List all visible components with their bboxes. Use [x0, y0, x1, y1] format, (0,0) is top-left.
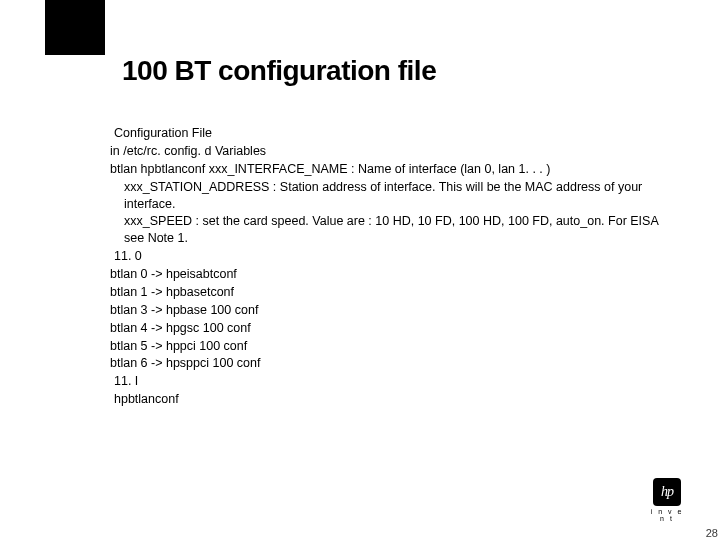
body-line: btlan 0 -> hpeisabtconf: [110, 266, 670, 283]
body-line: btlan 4 -> hpgsc 100 conf: [110, 320, 670, 337]
body-line: xxx_SPEED : set the card speed. Value ar…: [110, 213, 670, 247]
slide-title: 100 BT configuration file: [122, 55, 436, 87]
body-line: btlan 5 -> hppci 100 conf: [110, 338, 670, 355]
header-accent-bar: [45, 0, 105, 55]
body-line: hpbtlanconf: [110, 391, 670, 408]
body-line: xxx_STATION_ADDRESS : Station address of…: [110, 179, 670, 213]
hp-logo-tagline: i n v e n t: [648, 508, 686, 522]
body-line: btlan 3 -> hpbase 100 conf: [110, 302, 670, 319]
body-line: in /etc/rc. config. d Variables: [110, 143, 670, 160]
hp-logo-text: hp: [661, 484, 673, 500]
hp-logo-mark: hp: [653, 478, 681, 506]
slide-body: Configuration Filein /etc/rc. config. d …: [110, 125, 670, 409]
hp-logo: hp i n v e n t: [648, 478, 686, 522]
body-line: 11. 0: [110, 248, 670, 265]
body-line: btlan 1 -> hpbasetconf: [110, 284, 670, 301]
body-line: 11. I: [110, 373, 670, 390]
page-number: 28: [706, 527, 718, 539]
body-line: btlan 6 -> hpsppci 100 conf: [110, 355, 670, 372]
body-line: btlan hpbtlanconf xxx_INTERFACE_NAME : N…: [110, 161, 670, 178]
body-line: Configuration File: [110, 125, 670, 142]
